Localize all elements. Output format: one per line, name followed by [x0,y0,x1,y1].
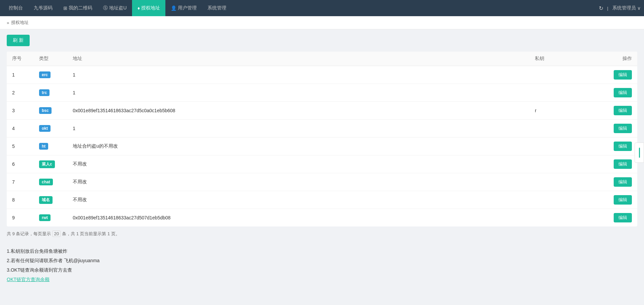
table-row: 2 trc 1 编辑 [7,84,637,102]
cell-seq-0: 1 [7,66,34,84]
type-badge-4: ht [39,143,48,150]
edit-button-8[interactable]: 编辑 [614,213,632,222]
user-info[interactable]: 系统管理员 ∨ [612,5,641,11]
footer-okt-link[interactable]: OKT链官方查询余额 [7,277,50,282]
cell-op-5: 编辑 [597,155,637,173]
col-header-key: 私钥 [529,52,597,66]
table-row: 7 chat 不用改 编辑 [7,173,637,191]
cell-key-3 [529,120,597,138]
type-badge-5: 菜人c [39,160,55,168]
cell-type-4: ht [34,138,67,155]
cell-op-8: 编辑 [597,209,637,227]
table-row: 9 rwt 0x001e89ef13514618633ac27d507d1eb5… [7,209,637,227]
edit-button-5[interactable]: 编辑 [614,159,632,169]
cell-addr-4: 地址合约盗u的不用改 [67,138,529,155]
cell-seq-2: 3 [7,102,34,120]
col-header-seq: 序号 [7,52,34,66]
cell-op-4: 编辑 [597,138,637,155]
col-header-addr: 地址 [67,52,529,66]
auth-icon: ♦ [137,5,140,11]
cell-key-5 [529,155,597,173]
type-badge-1: trc [39,89,50,96]
nav-separator: | [607,6,608,11]
cell-seq-6: 7 [7,173,34,191]
edit-button-2[interactable]: 编辑 [614,106,632,115]
table-row: 8 域名 不用改 编辑 [7,191,637,209]
cell-type-2: bsc [34,102,67,120]
edit-button-6[interactable]: 编辑 [614,177,632,187]
cell-op-3: 编辑 [597,120,637,138]
cell-op-0: 编辑 [597,66,637,84]
edit-button-4[interactable]: 编辑 [614,142,632,151]
cell-key-2: r [529,102,597,120]
cell-key-8 [529,209,597,227]
cell-type-6: chat [34,173,67,191]
edit-button-3[interactable]: 编辑 [614,124,632,133]
cell-op-1: 编辑 [597,84,637,102]
type-badge-3: okt [39,125,51,132]
table-row: 1 erc 1 编辑 [7,66,637,84]
table-row: 3 bsc 0x001e89ef13514618633ac27d5c0a0c1e… [7,102,637,120]
cell-seq-1: 2 [7,84,34,102]
nav-qrcode[interactable]: ⊞ 我的二维码 [58,0,98,16]
side-toggle[interactable] [635,143,644,163]
edit-button-0[interactable]: 编辑 [614,70,632,80]
cell-type-5: 菜人c [34,155,67,173]
nav-refresh-icon[interactable]: ↻ [599,5,603,11]
pagination-suffix: 条，共 1 页当前显示第 1 页。 [62,231,120,237]
type-badge-6: chat [39,179,53,185]
table-row: 4 okt 1 编辑 [7,120,637,138]
nav-dashboard[interactable]: 控制台 [3,0,28,16]
cell-addr-3: 1 [67,120,529,138]
breadcrumb-separator: » [7,20,9,25]
footer-line3: 3.OKT链查询余额请到官方去查 [7,265,637,275]
type-badge-8: rwt [39,214,51,221]
breadcrumb-current: 授权地址 [11,20,29,26]
user-icon: 👤 [171,5,176,11]
table-row: 5 ht 地址合约盗u的不用改 编辑 [7,138,637,155]
pagination-total: 共 9 条记录，每页显示 [7,231,51,237]
cell-addr-5: 不用改 [67,155,529,173]
edit-button-7[interactable]: 编辑 [614,195,632,205]
user-label: 系统管理员 [612,5,636,11]
nav-steal[interactable]: Ⓢ 地址盗U [98,0,132,16]
nav-right: ↻ | 系统管理员 ∨ [599,5,641,11]
nav-user-mgmt[interactable]: 👤 用户管理 [165,0,202,16]
cell-seq-4: 5 [7,138,34,155]
col-header-op: 操作 [597,52,637,66]
nav-source[interactable]: 九爷源码 [28,0,58,16]
cell-addr-6: 不用改 [67,173,529,191]
footer-line1: 1.私钥别放后台免得鱼塘被炸 [7,246,637,256]
top-nav: 控制台 九爷源码 ⊞ 我的二维码 Ⓢ 地址盗U ♦ 授权地址 👤 用户管理 系统… [0,0,644,16]
cell-key-0 [529,66,597,84]
breadcrumb: » 授权地址 [0,16,644,29]
nav-auth-addr[interactable]: ♦ 授权地址 [132,0,165,16]
cell-addr-2: 0x001e89ef13514618633ac27d5c0a0c1eb5b608 [67,102,529,120]
cell-addr-1: 1 [67,84,529,102]
cell-type-7: 域名 [34,191,67,209]
table-header-row: 序号 类型 地址 私钥 操作 [7,52,637,66]
nav-sys-mgmt[interactable]: 系统管理 [202,0,232,16]
cell-key-7 [529,191,597,209]
type-badge-7: 域名 [39,196,53,204]
cell-seq-5: 6 [7,155,34,173]
cell-op-2: 编辑 [597,102,637,120]
cell-addr-0: 1 [67,66,529,84]
qr-icon: ⊞ [63,5,67,11]
cell-key-4 [529,138,597,155]
main-content: 刷 新 序号 类型 地址 私钥 操作 1 erc 1 编辑 2 [0,29,644,289]
auth-addr-table: 序号 类型 地址 私钥 操作 1 erc 1 编辑 2 trc 1 编辑 [7,52,637,226]
type-badge-0: erc [39,71,51,78]
table-container: 序号 类型 地址 私钥 操作 1 erc 1 编辑 2 trc 1 编辑 [7,52,637,226]
edit-button-1[interactable]: 编辑 [614,88,632,97]
cell-type-0: erc [34,66,67,84]
pagination-info: 共 9 条记录，每页显示 20 条，共 1 页当前显示第 1 页。 [7,226,637,241]
refresh-button[interactable]: 刷 新 [7,35,30,46]
pagination-page-size[interactable]: 20 [52,231,60,237]
footer-line2: 2.若有任何疑问请联系作者 飞机@jiuyuanma [7,256,637,265]
cell-key-6 [529,173,597,191]
dollar-icon: Ⓢ [103,5,108,11]
cell-key-1 [529,84,597,102]
cell-seq-8: 9 [7,209,34,227]
cell-addr-8: 0x001e89ef13514618633ac27d507d1eb5db08 [67,209,529,227]
